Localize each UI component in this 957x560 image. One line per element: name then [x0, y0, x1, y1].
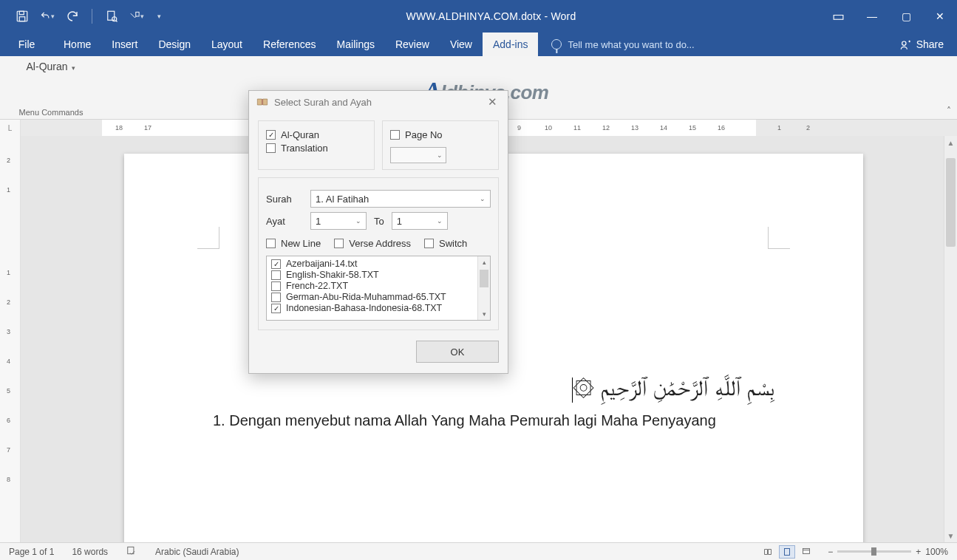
- vertical-scrollbar[interactable]: ▲ ▼: [944, 136, 957, 542]
- left-panel: ✓Al-Quran Translation: [258, 120, 375, 170]
- view-mode-buttons: [760, 545, 819, 559]
- surah-value: 1. Al Fatihah: [316, 194, 369, 205]
- window-controls: ▭ — ▢ ✕: [821, 0, 957, 33]
- svg-text:2: 2: [7, 157, 10, 164]
- listbox-scrollbar[interactable]: ▴ ▾: [477, 256, 490, 320]
- scroll-down-icon[interactable]: ▼: [944, 529, 957, 542]
- svg-text:5: 5: [7, 387, 10, 395]
- translation-files-list[interactable]: ✓Azerbaijani-14.txt English-Shakir-58.TX…: [266, 256, 491, 321]
- svg-text:9: 9: [517, 124, 521, 132]
- read-mode-icon[interactable]: [760, 545, 776, 559]
- chevron-down-icon[interactable]: ▾: [140, 13, 144, 20]
- ribbon-tabs: File Home Insert Design Layout Reference…: [0, 33, 957, 56]
- save-icon[interactable]: [15, 9, 30, 24]
- pageno-checkbox[interactable]: Page No: [390, 129, 443, 140]
- svg-text:11: 11: [573, 124, 581, 132]
- svg-rect-1: [19, 11, 24, 15]
- switch-checkbox[interactable]: Switch: [424, 238, 467, 249]
- margin-mark: [197, 227, 219, 249]
- svg-text:1: 1: [777, 124, 781, 132]
- share-button[interactable]: Share: [887, 33, 957, 56]
- tell-me-search[interactable]: Tell me what you want to do...: [538, 33, 886, 56]
- translation-checkbox[interactable]: Translation: [266, 143, 367, 154]
- print-preview-icon[interactable]: [104, 9, 119, 24]
- svg-text:13: 13: [631, 124, 638, 132]
- ayat-to-combo[interactable]: 1 ⌄: [392, 212, 448, 230]
- svg-text:6: 6: [7, 417, 10, 424]
- svg-rect-5: [136, 12, 139, 16]
- close-icon[interactable]: ✕: [923, 0, 957, 33]
- tab-layout[interactable]: Layout: [201, 33, 253, 56]
- svg-rect-3: [108, 11, 115, 20]
- svg-rect-38: [785, 548, 790, 555]
- verse-address-checkbox[interactable]: Verse Address: [334, 238, 411, 249]
- tab-home[interactable]: Home: [53, 33, 101, 56]
- tab-insert[interactable]: Insert: [101, 33, 148, 56]
- main-panel: Surah 1. Al Fatihah ⌄ Ayat 1 ⌄ To 1 ⌄: [258, 177, 499, 330]
- language-status[interactable]: Arabic (Saudi Arabia): [146, 547, 248, 557]
- scroll-up-icon[interactable]: ▲: [944, 136, 957, 149]
- pageno-combo[interactable]: ⌄: [390, 147, 446, 163]
- ribbon-options-icon[interactable]: ▭: [821, 0, 855, 33]
- share-label: Share: [916, 38, 944, 50]
- chevron-down-icon: ⌄: [437, 217, 443, 225]
- newline-checkbox[interactable]: New Line: [266, 238, 321, 249]
- list-item[interactable]: ✓Azerbaijani-14.txt: [271, 259, 486, 269]
- web-layout-icon[interactable]: [798, 545, 814, 559]
- scroll-thumb[interactable]: [480, 270, 488, 287]
- zoom-out-button[interactable]: −: [828, 547, 833, 557]
- collapse-ribbon-icon[interactable]: ˄: [947, 106, 951, 116]
- tab-view[interactable]: View: [440, 33, 483, 56]
- chevron-down-icon[interactable]: ▾: [51, 13, 55, 20]
- proofing-icon[interactable]: [117, 545, 146, 558]
- tab-references[interactable]: References: [253, 33, 327, 56]
- scroll-up-icon[interactable]: ▴: [478, 256, 490, 268]
- chevron-down-icon: ⌄: [480, 195, 486, 202]
- alquran-menu-button[interactable]: Al-Quran ▾: [10, 56, 92, 72]
- scroll-thumb[interactable]: [946, 158, 956, 247]
- list-item[interactable]: ✓Indonesian-Bahasa-Indonesia-68.TXT: [271, 303, 486, 313]
- ribbon-group-label: Menu Commands: [10, 108, 92, 117]
- tab-addins[interactable]: Add-ins: [483, 33, 538, 56]
- title-bar: ▾ ▾ ▾ WWW.ALDHINYA.COM.dotx - Word ▭ — ▢…: [0, 0, 957, 33]
- status-bar: Page 1 of 1 16 words Arabic (Saudi Arabi…: [0, 542, 957, 560]
- zoom-thumb[interactable]: [871, 547, 876, 556]
- draw-table-icon[interactable]: ▾: [129, 9, 144, 24]
- share-icon: [900, 38, 912, 50]
- list-item[interactable]: German-Abu-Rida-Muhammad-65.TXT: [271, 292, 486, 302]
- zoom-slider[interactable]: [837, 550, 911, 553]
- minimize-icon[interactable]: —: [855, 0, 889, 33]
- chevron-down-icon: ⌄: [437, 151, 443, 159]
- svg-text:1: 1: [7, 269, 10, 276]
- zoom-in-button[interactable]: +: [916, 547, 921, 557]
- close-button[interactable]: ✕: [484, 94, 500, 110]
- tab-design[interactable]: Design: [148, 33, 201, 56]
- dialog-titlebar[interactable]: Select Surah and Ayah ✕: [249, 91, 508, 113]
- redo-icon[interactable]: [65, 9, 80, 24]
- tab-mailings[interactable]: Mailings: [327, 33, 385, 56]
- customize-qat-icon[interactable]: ▾: [157, 13, 161, 20]
- ruler-corner[interactable]: L: [0, 120, 21, 136]
- surah-combo[interactable]: 1. Al Fatihah ⌄: [310, 190, 491, 208]
- tab-review[interactable]: Review: [385, 33, 440, 56]
- print-layout-icon[interactable]: [779, 545, 795, 559]
- alquran-checkbox[interactable]: ✓Al-Quran: [266, 129, 367, 140]
- quick-access-toolbar: ▾ ▾ ▾: [0, 9, 161, 24]
- list-item[interactable]: French-22.TXT: [271, 281, 486, 291]
- page-status[interactable]: Page 1 of 1: [0, 547, 63, 557]
- list-item[interactable]: English-Shakir-58.TXT: [271, 270, 486, 280]
- word-count[interactable]: 16 words: [63, 547, 117, 557]
- tab-file[interactable]: File: [0, 33, 53, 56]
- maximize-icon[interactable]: ▢: [889, 0, 923, 33]
- svg-text:3: 3: [7, 328, 10, 335]
- ayat-to-value: 1: [397, 216, 402, 227]
- ok-button[interactable]: OK: [416, 341, 499, 363]
- ayat-label: Ayat: [266, 216, 310, 227]
- vertical-ruler[interactable]: 21 12 34 56 78: [0, 136, 21, 542]
- undo-icon[interactable]: ▾: [40, 9, 55, 24]
- ayat-from-combo[interactable]: 1 ⌄: [310, 212, 367, 230]
- scroll-down-icon[interactable]: ▾: [478, 308, 490, 320]
- zoom-level[interactable]: 100%: [925, 547, 948, 557]
- svg-text:2: 2: [806, 124, 810, 132]
- chevron-down-icon: ⌄: [355, 217, 361, 225]
